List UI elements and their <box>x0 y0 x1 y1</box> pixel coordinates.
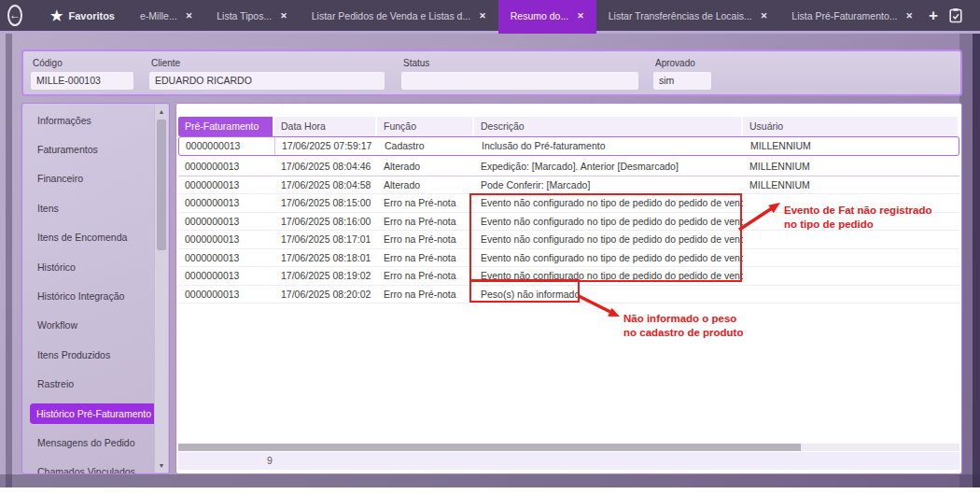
favorites-button[interactable]: ★ Favoritos <box>50 7 115 24</box>
tab-strip: e-Mille... ✕ Lista Tipos... ✕ Listar Ped… <box>128 0 925 31</box>
sidebar-item-label: Histórico Pré-Faturamento <box>30 403 158 424</box>
sidebar-item-label: Histórico Integração <box>37 290 124 302</box>
tab-resumo-active[interactable]: Resumo do... ✕ <box>498 0 596 34</box>
close-icon[interactable]: ✕ <box>186 11 193 21</box>
sidebar-item-historico-pre-faturamento[interactable]: Histórico Pré-Faturamento <box>22 399 154 428</box>
cell-pre-faturamento: 0000000013 <box>178 286 274 303</box>
cell-data-hora: 17/06/2025 08:15:00 <box>274 194 377 212</box>
column-header-funcao[interactable]: Função <box>377 117 474 136</box>
table-row[interactable]: 0000000013 17/06/2025 08:19:02 Erro na P… <box>178 267 959 286</box>
table-row[interactable]: 0000000013 17/06/2025 08:04:46 Alterado … <box>178 158 959 176</box>
sidebar-item-label: Itens <box>37 203 59 214</box>
sidebar-item-itens-de-encomenda[interactable]: Itens de Encomenda <box>22 223 154 252</box>
cell-data-hora: 17/06/2025 08:19:02 <box>274 267 377 285</box>
cell-usuario <box>743 194 959 212</box>
sidebar-item-label: Mensagens do Pedido <box>37 437 135 448</box>
sidebar-item-historico-integracao[interactable]: Histórico Integração <box>22 281 154 310</box>
codigo-field[interactable]: MILLE-000103 <box>31 72 133 90</box>
tab-label: Listar Transferências de Locais... <box>609 10 752 21</box>
close-icon[interactable]: ✕ <box>577 11 584 21</box>
sidebar-item-workflow[interactable]: Workflow <box>22 311 154 340</box>
status-field[interactable] <box>401 72 638 90</box>
cell-funcao: Alterado <box>377 176 474 194</box>
tab-lista-tipos[interactable]: Lista Tipos... ✕ <box>204 0 300 31</box>
column-header-pre-faturamento[interactable]: Pré-Faturamento <box>178 117 274 136</box>
table-row[interactable]: 0000000013 17/06/2025 08:04:58 Alterado … <box>178 176 959 195</box>
sidebar-item-label: Chamados Vinculados <box>37 466 135 474</box>
table-row[interactable]: 0000000013 17/06/2025 08:17:01 Erro na P… <box>178 231 959 249</box>
sidebar-item-faturamentos[interactable]: Faturamentos <box>22 134 154 163</box>
cell-pre-faturamento: 0000000013 <box>178 176 274 194</box>
table-row-selected[interactable]: 0000000013 17/06/2025 07:59:17 Cadastro … <box>178 136 959 156</box>
cell-data-hora: 17/06/2025 07:59:17 <box>275 137 378 155</box>
tab-listar-pedidos[interactable]: Listar Pedidos de Venda e Listas d... ✕ <box>300 0 498 31</box>
cliente-field[interactable]: EDUARDO RICARDO <box>149 72 385 90</box>
horizontal-scrollbar[interactable] <box>178 444 959 451</box>
cell-usuario: MILLENNIUM <box>744 137 959 155</box>
sidebar-scrollbar[interactable]: ▲ ▼ <box>154 105 168 473</box>
cell-usuario <box>743 249 959 267</box>
table-body: 0000000013 17/06/2025 07:59:17 Cadastro … <box>178 136 959 303</box>
sidebar-item-mensagens-do-pedido[interactable]: Mensagens do Pedido <box>22 428 154 457</box>
table-row[interactable]: 0000000013 17/06/2025 08:15:00 Erro na P… <box>178 194 959 213</box>
table-row[interactable]: 0000000013 17/06/2025 08:20:02 Erro na P… <box>178 286 959 304</box>
sidebar-scrollbar-thumb[interactable] <box>157 120 166 250</box>
cliente-label: Cliente <box>151 58 180 68</box>
close-icon[interactable]: ✕ <box>479 11 486 21</box>
cell-pre-faturamento: 0000000013 <box>179 137 275 155</box>
scroll-down-icon[interactable]: ▼ <box>155 459 168 472</box>
cell-funcao: Erro na Pré-nota <box>377 231 474 248</box>
scroll-up-icon[interactable]: ▲ <box>155 106 168 118</box>
cell-pre-faturamento: 0000000013 <box>178 249 274 267</box>
cell-descricao: Evento não configurado no tipo de pedido… <box>474 249 743 267</box>
cell-descricao: Peso(s) não informado <box>474 286 743 303</box>
cell-funcao: Erro na Pré-nota <box>377 249 474 267</box>
table-row[interactable]: 0000000013 17/06/2025 08:16:00 Erro na P… <box>178 213 959 232</box>
top-navigation-bar: ← ★ Favoritos e-Mille... ✕ Lista Tipos..… <box>0 0 980 34</box>
new-tab-icon[interactable]: + <box>929 7 938 23</box>
cell-data-hora: 17/06/2025 08:20:02 <box>274 286 377 303</box>
table-row[interactable]: 0000000013 17/06/2025 08:18:01 Erro na P… <box>178 249 959 268</box>
pre-faturamento-history-table: Pré-Faturamento Data Hora Função Descriç… <box>175 103 962 474</box>
tab-e-mille[interactable]: e-Mille... ✕ <box>128 0 204 31</box>
back-icon[interactable]: ← <box>7 5 22 26</box>
sidebar-item-historico[interactable]: Histórico <box>22 252 154 281</box>
cell-usuario <box>743 231 959 248</box>
column-header-descricao[interactable]: Descrição <box>474 117 743 136</box>
sidebar-item-financeiro[interactable]: Financeiro <box>22 164 154 193</box>
close-icon[interactable]: ✕ <box>906 11 914 21</box>
close-icon[interactable]: ✕ <box>761 11 768 21</box>
tab-listar-transferencias[interactable]: Listar Transferências de Locais... ✕ <box>596 0 780 31</box>
tab-lista-pre-faturamento[interactable]: Lista Pré-Faturamento... ✕ <box>779 0 925 31</box>
clipboard-icon[interactable] <box>948 7 963 23</box>
sidebar-item-label: Histórico <box>37 261 76 273</box>
sidebar-item-informacoes[interactable]: Informações <box>22 106 154 134</box>
cell-descricao: Evento não configurado no tipo de pedido… <box>474 231 743 248</box>
cell-usuario: MILLENNIUM <box>743 176 959 194</box>
cell-pre-faturamento: 0000000013 <box>178 194 274 212</box>
column-header-data-hora[interactable]: Data Hora <box>274 117 377 136</box>
sidebar-item-itens[interactable]: Itens <box>22 193 154 222</box>
sidebar-item-rastreio[interactable]: Rastreio <box>22 370 154 399</box>
aprovado-field[interactable]: sim <box>653 72 711 90</box>
horizontal-scrollbar-thumb[interactable] <box>178 444 801 451</box>
window-left-edge <box>6 34 12 487</box>
tab-label: Lista Pré-Faturamento... <box>791 10 897 21</box>
app-window: ← ★ Favoritos e-Mille... ✕ Lista Tipos..… <box>0 0 980 494</box>
cell-data-hora: 17/06/2025 08:18:01 <box>274 249 377 267</box>
cell-usuario <box>743 213 959 231</box>
cell-funcao: Erro na Pré-nota <box>377 194 474 212</box>
tab-label: Listar Pedidos de Venda e Listas d... <box>312 10 470 21</box>
cell-usuario: MILLENNIUM <box>743 158 959 176</box>
close-icon[interactable]: ✕ <box>280 11 287 21</box>
sidebar-item-chamados-vinculados[interactable]: Chamados Vinculados <box>22 458 154 474</box>
sidebar-item-label: Itens Produzidos <box>37 349 110 360</box>
codigo-label: Código <box>33 58 63 68</box>
cell-usuario <box>743 267 959 285</box>
cell-descricao: Inclusão do Pré-faturamento <box>475 137 744 155</box>
table-header: Pré-Faturamento Data Hora Função Descriç… <box>178 117 959 136</box>
tab-label: Lista Tipos... <box>217 10 272 21</box>
cell-funcao: Erro na Pré-nota <box>377 267 474 285</box>
sidebar-item-itens-produzidos[interactable]: Itens Produzidos <box>22 340 154 369</box>
column-header-usuario[interactable]: Usuário <box>743 117 959 136</box>
